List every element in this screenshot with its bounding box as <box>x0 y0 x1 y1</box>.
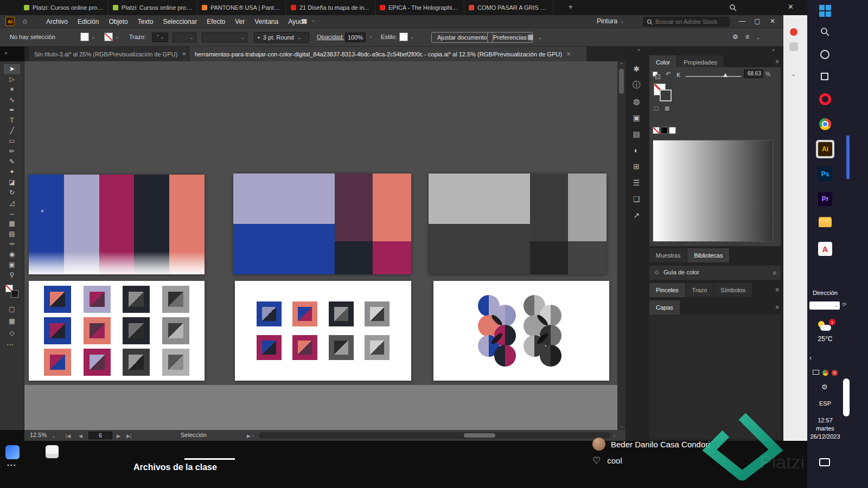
eraser-tool[interactable]: ◪ <box>4 177 20 188</box>
file-explorer-icon[interactable] <box>819 218 832 227</box>
cube-icon[interactable]: ▢ <box>654 105 659 111</box>
home-icon[interactable]: ⌂ <box>23 17 27 25</box>
menu-item[interactable]: Ventana <box>250 18 283 25</box>
browser-close-icon[interactable]: ✕ <box>788 3 794 11</box>
swap-colors-icon[interactable]: ↶ <box>666 70 671 78</box>
document-setup-icon[interactable]: ▦ <box>527 33 533 41</box>
taskbar-clock[interactable]: 12:57 martes 26/12/2023 <box>807 416 843 441</box>
eyedropper-tool[interactable]: ✑ <box>4 239 20 249</box>
refresh-icon[interactable]: ⟳ <box>842 301 846 307</box>
width-tool[interactable]: ↔ <box>4 208 20 219</box>
stroke-weight-select[interactable]: ⌄ <box>173 33 196 42</box>
stroke-proxy-swatch[interactable] <box>11 290 18 298</box>
panel-menu-icon[interactable]: ≡ <box>773 269 776 276</box>
transform-panel-icon[interactable]: ⊞ <box>628 158 645 175</box>
menu-item[interactable]: Archivo <box>41 18 73 25</box>
tabbar-search-icon[interactable] <box>729 4 737 11</box>
opacity-expand-icon[interactable]: › <box>370 34 372 40</box>
workspace-switcher[interactable]: Pintura ⌄ <box>597 17 624 25</box>
app-icon[interactable] <box>5 445 20 459</box>
new-tab-icon[interactable]: + <box>569 3 573 11</box>
stroke-proxy[interactable] <box>660 89 672 101</box>
address-input[interactable]: ⌄ <box>809 301 840 310</box>
weather-icon[interactable]: 1 <box>817 321 833 333</box>
appearance-panel-icon[interactable]: ◐ <box>628 142 645 158</box>
close-icon[interactable]: ✕ <box>182 51 186 57</box>
k-slider-track[interactable] <box>686 76 741 77</box>
menu-item[interactable]: Ver <box>230 18 250 25</box>
black-swatch[interactable] <box>661 127 668 134</box>
tools-collapse-icon[interactable]: » <box>4 50 8 56</box>
notes-icon[interactable] <box>46 445 59 458</box>
browser-tab[interactable]: Platzi: Cursos online prof... <box>20 0 108 15</box>
scrollbar-thumb[interactable] <box>843 378 850 416</box>
arrange-documents-chevron-icon[interactable]: ⌄ <box>311 17 316 23</box>
tray-expand-icon[interactable]: ‹ <box>809 354 812 362</box>
language-indicator[interactable]: ESP <box>807 400 843 407</box>
last-artboard-icon[interactable]: ▶| <box>126 433 131 439</box>
menu-item[interactable]: Objeto <box>104 18 132 25</box>
grayscale-ramp[interactable] <box>653 140 773 242</box>
align-panel-icon[interactable]: ☰ <box>628 175 645 191</box>
next-artboard-icon[interactable]: ▶ <box>117 433 120 439</box>
lasso-tool[interactable]: ∿ <box>4 95 20 105</box>
zoom-menu-icon[interactable]: ⌄ <box>52 433 56 439</box>
fill-chevron-icon[interactable]: ⌄ <box>91 34 95 40</box>
rotate-tool[interactable]: ↻ <box>4 188 20 198</box>
status-expand-icon[interactable]: ▶ <box>247 433 251 439</box>
zoom-tool[interactable]: ⚲ <box>4 270 20 280</box>
menu-item[interactable]: Texto <box>133 18 158 25</box>
scrollbar-thumb[interactable] <box>619 69 624 94</box>
type-tool[interactable]: T <box>4 115 20 126</box>
canvas[interactable]: × <box>24 61 617 430</box>
heart-icon[interactable]: ♡ <box>592 455 601 466</box>
opera-icon[interactable] <box>819 93 831 105</box>
draw-behind-icon[interactable]: ▦ <box>4 316 20 326</box>
snap-options-icon[interactable]: ⚙ <box>732 33 738 41</box>
white-swatch[interactable] <box>669 127 676 134</box>
horizontal-scrollbar[interactable] <box>259 432 610 439</box>
zoom-level[interactable]: 12.5% <box>30 432 47 438</box>
paintbrush-tool[interactable]: ✏ <box>4 146 20 157</box>
chevron-down-icon[interactable]: ⌄ <box>756 35 761 40</box>
adobe-stock-search[interactable] <box>643 17 730 27</box>
stock-search-input[interactable] <box>655 18 726 25</box>
stack-options-icon[interactable]: ≡ <box>745 33 749 41</box>
pencil-tool[interactable]: ✎ <box>4 157 20 167</box>
expand-panels-icon[interactable]: » <box>772 47 775 53</box>
chrome-tray-icon[interactable] <box>822 370 828 376</box>
scroll-up-icon[interactable]: ⌃ <box>617 62 626 67</box>
brush-preset-select[interactable]: • 3 pt. Round ⌄ <box>254 32 309 43</box>
preferences-button[interactable]: Preferencias <box>487 32 533 43</box>
export-panel-icon[interactable]: ↗ <box>628 207 645 223</box>
cube-outline-icon[interactable]: ▦ <box>665 105 669 111</box>
document-tab-active[interactable]: herramientas-para-trabajar-con-color-dig… <box>189 47 586 61</box>
task-view-icon[interactable] <box>821 73 828 80</box>
tab-capas[interactable]: Capas <box>649 300 680 314</box>
selection-tool[interactable]: ➤ <box>4 64 20 74</box>
document-tab[interactable]: Sin título-3.ai* al 25% (RGB/Previsualiz… <box>29 47 189 61</box>
gradient-panel-icon[interactable]: ▤ <box>628 126 645 142</box>
artboard-tool[interactable]: ▣ <box>4 260 20 270</box>
arrange-documents-icon[interactable]: ▦ <box>302 17 307 24</box>
photoshop-icon[interactable]: Ps <box>818 167 832 181</box>
window-minimize-button[interactable]: — <box>736 17 749 25</box>
layers-panel-menu-icon[interactable]: ≡ <box>776 304 779 310</box>
error-tray-icon[interactable]: × <box>832 370 838 376</box>
tools-tray-icon[interactable]: ⚙ <box>821 383 828 391</box>
menu-item[interactable]: Efecto <box>202 18 230 25</box>
chrome-icon[interactable] <box>819 118 831 130</box>
scroll-down-icon[interactable]: ⌄ <box>620 423 623 428</box>
k-slider-handle[interactable] <box>723 73 727 77</box>
fill-swatch[interactable] <box>80 33 89 41</box>
info-panel-icon[interactable]: ⓘ <box>628 77 645 93</box>
first-artboard-icon[interactable]: |◀ <box>66 433 71 439</box>
close-icon[interactable]: ✕ <box>566 51 571 57</box>
direct-selection-tool[interactable]: ▷ <box>4 74 20 85</box>
premiere-icon[interactable]: Pr <box>818 192 832 206</box>
rectangle-tool[interactable]: ▭ <box>4 136 20 146</box>
color-panel-menu-icon[interactable]: ≡ <box>776 58 779 65</box>
tab-trazo[interactable]: Trazo <box>686 283 714 297</box>
collapse-panels-icon[interactable]: « <box>637 47 640 53</box>
window-maximize-button[interactable]: ▢ <box>751 17 764 25</box>
